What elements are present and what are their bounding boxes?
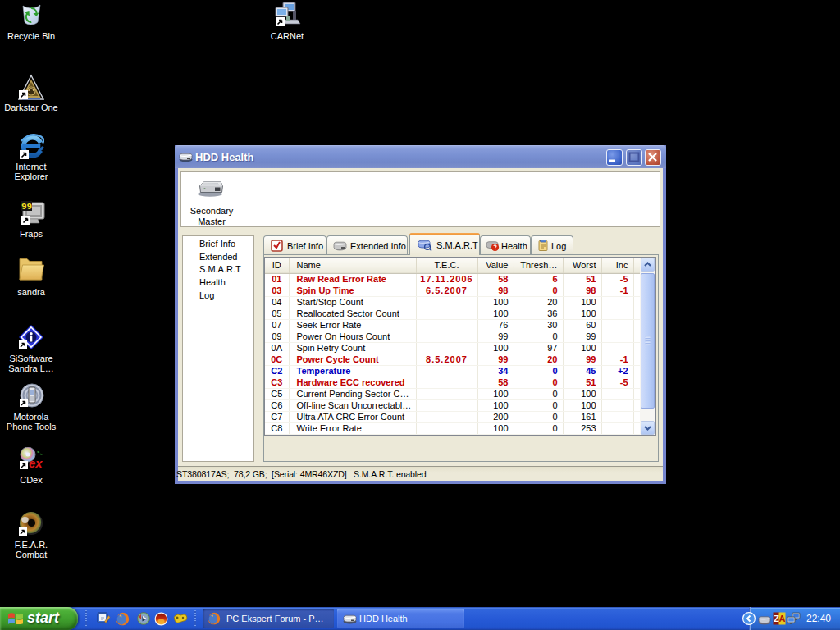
svg-text:ex: ex bbox=[29, 456, 43, 470]
svg-text:99: 99 bbox=[21, 202, 31, 212]
svg-text:A: A bbox=[779, 614, 786, 623]
